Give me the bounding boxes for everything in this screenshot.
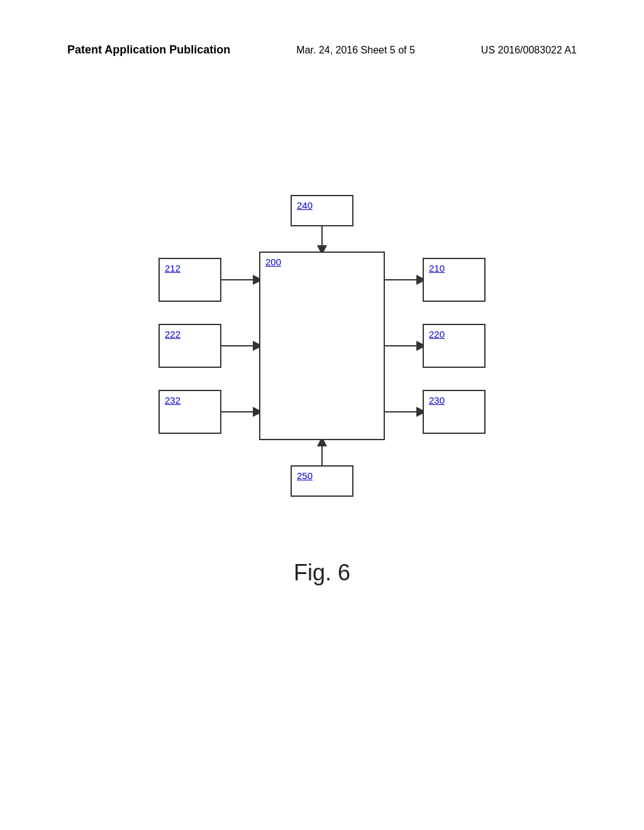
figure-label: Fig. 6 [294, 560, 350, 586]
box-212-label: 212 [165, 263, 180, 274]
publication-number: US 2016/0083022 A1 [481, 43, 577, 58]
box-222-label: 222 [165, 329, 180, 340]
box-230-label: 230 [429, 395, 445, 406]
box-232: 232 [158, 390, 221, 434]
box-210-label: 210 [429, 263, 445, 274]
diagram-fig6: 240 250 200 212 222 232 210 220 230 [146, 176, 498, 528]
box-220-label: 220 [429, 329, 445, 340]
box-220: 220 [423, 324, 486, 368]
box-240-label: 240 [297, 200, 313, 211]
box-212: 212 [158, 258, 221, 302]
page-header: Patent Application Publication Mar. 24, … [0, 43, 644, 58]
publication-title: Patent Application Publication [67, 43, 230, 57]
box-250-label: 250 [297, 470, 313, 481]
box-240: 240 [291, 195, 353, 226]
box-232-label: 232 [165, 395, 180, 406]
box-200-label: 200 [265, 257, 281, 267]
publication-date-sheet: Mar. 24, 2016 Sheet 5 of 5 [296, 43, 415, 58]
box-200: 200 [259, 252, 385, 440]
box-250: 250 [291, 465, 353, 497]
box-230: 230 [423, 390, 486, 434]
box-210: 210 [423, 258, 486, 302]
box-222: 222 [158, 324, 221, 368]
